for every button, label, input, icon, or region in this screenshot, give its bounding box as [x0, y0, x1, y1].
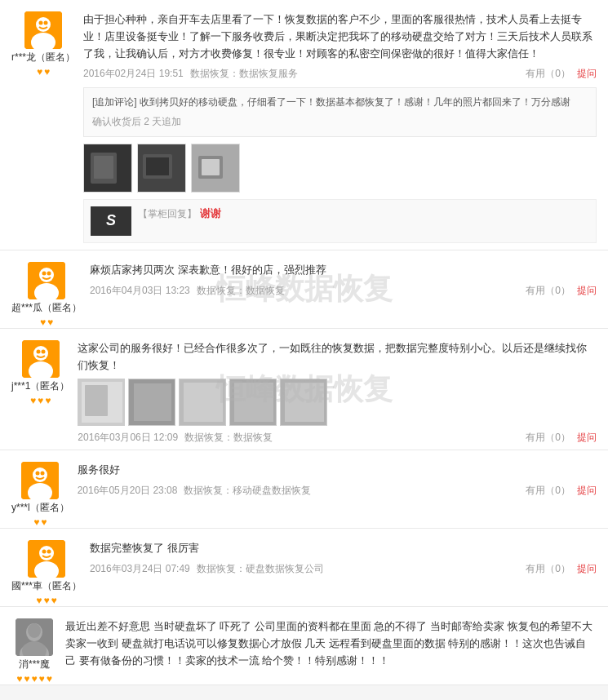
review-content: 由于担心种种，亲自开车去店里看了一下！恢复数据的客户不少，里面的客服很热情，技术… [83, 11, 597, 250]
review-date: 2016年03月24日 07:49 [90, 562, 190, 576]
username: 超***瓜（匿名） [11, 301, 82, 315]
review-service: 数据恢复：数据恢复 [184, 431, 273, 445]
review-meta-left: 2016年05月20日 23:08 数据恢复：移动硬盘数据恢复 [78, 484, 312, 498]
user-info: 消***魔 ♥ ♥ ♥ ♥ ♥ [11, 618, 57, 684]
review-content: 数据完整恢复了 很厉害 2016年03月24日 07:49 数据恢复：硬盘数据恢… [90, 540, 597, 606]
review-text: 最近出差不好意思 当时硬盘坏了 吓死了 公司里面的资料都在里面 急的不得了 当时… [65, 618, 597, 669]
review-item: 國***車（匿名） ♥ ♥ ♥ 数据完整恢复了 很厉害 2016年03月24日 … [0, 529, 608, 607]
svg-point-44 [47, 550, 51, 554]
avatar [24, 11, 62, 49]
review-meta: 2016年03月06日 12:09 数据恢复：数据恢复 有用（0） 提问 [78, 431, 597, 445]
svg-point-38 [36, 472, 40, 476]
star-icon: ♥ [37, 66, 42, 78]
star-icon: ♥ [41, 516, 47, 528]
review-actions: 有用（0） 提问 [526, 431, 597, 445]
star-icon: ♥ [47, 317, 53, 328]
review-item: 恒峰数据恢复 超***瓜（匿名） ♥ ♥ [0, 250, 608, 329]
avatar [22, 340, 60, 378]
username: j***1（匿名） [11, 379, 69, 393]
photo[interactable] [229, 379, 277, 426]
thumbnail[interactable] [137, 144, 186, 193]
svg-point-4 [44, 21, 48, 25]
append-text: [追加评论] 收到拷贝好的移动硬盘，仔细看了一下！数据基本都恢复了！感谢！几年的… [92, 96, 570, 108]
star-icon: ♥ [36, 595, 42, 606]
review-text: 由于担心种种，亲自开车去店里看了一下！恢复数据的客户不少，里面的客服很热情，技术… [83, 11, 597, 62]
svg-point-15 [39, 268, 54, 282]
question-link[interactable]: 提问 [577, 431, 597, 445]
photo[interactable] [280, 379, 327, 426]
review-meta-left: 2016年03月24日 07:49 数据恢复：硬盘数据恢复公司 [90, 562, 324, 576]
review-service: 数据恢复：移动硬盘数据恢复 [184, 484, 311, 498]
svg-rect-26 [85, 385, 108, 416]
svg-point-1 [36, 17, 51, 32]
seller-reply: S 【掌柜回复】 谢谢 [83, 199, 597, 243]
thumbnail[interactable] [191, 144, 240, 193]
avatar [28, 262, 65, 299]
username: 國***車（匿名） [11, 579, 82, 593]
stars: ♥ ♥ ♥ ♥ ♥ [16, 673, 52, 684]
seller-reply-label: 【掌柜回复】 [138, 208, 197, 219]
svg-rect-30 [184, 383, 223, 422]
svg-rect-7 [94, 156, 113, 179]
star-icon: ♥ [39, 673, 45, 684]
svg-point-20 [33, 346, 48, 361]
star-icon: ♥ [40, 317, 46, 328]
avatar [16, 618, 53, 656]
useful-link[interactable]: 有用（0） [526, 562, 570, 576]
svg-point-18 [47, 271, 51, 275]
star-icon: ♥ [45, 395, 51, 406]
review-item: 消***魔 ♥ ♥ ♥ ♥ ♥ 最近出差不好意思 当时硬盘坏了 吓死了 公司里面… [0, 607, 608, 685]
review-meta: 2016年03月24日 07:49 数据恢复：硬盘数据恢复公司 有用（0） 提问 [90, 562, 597, 576]
photo[interactable] [128, 379, 175, 426]
avatar [21, 462, 59, 499]
useful-link[interactable]: 有用（0） [526, 484, 570, 498]
useful-link[interactable]: 有用（0） [526, 67, 570, 81]
svg-rect-32 [234, 383, 273, 422]
question-link[interactable]: 提问 [577, 67, 597, 81]
user-info: 國***車（匿名） ♥ ♥ ♥ [11, 540, 82, 606]
review-service: 数据恢复：数据恢复服务 [190, 67, 298, 81]
svg-point-41 [39, 546, 54, 560]
star-icon: ♥ [31, 673, 37, 684]
review-service: 数据恢复：数据恢复 [197, 284, 285, 298]
thumbnail[interactable] [83, 144, 132, 193]
stars: ♥ ♥ [37, 66, 50, 78]
photo[interactable] [179, 379, 226, 426]
star-icon: ♥ [33, 516, 39, 528]
review-item: y***l（匿名） ♥ ♥ 服务很好 2016年05月20日 23:08 数据恢… [0, 450, 608, 529]
thumbnail-row [83, 144, 597, 193]
review-date: 2016年05月20日 23:08 [78, 484, 178, 498]
review-actions: 有用（0） 提问 [526, 562, 597, 576]
review-meta: 2016年04月03日 13:23 数据恢复：数据恢复 有用（0） 提问 [90, 284, 597, 298]
review-meta: 2016年05月20日 23:08 数据恢复：移动硬盘数据恢复 有用（0） 提问 [78, 484, 597, 498]
review-content: 这家公司的服务很好！已经合作很多次了，一如既往的恢复数据，把数据完整度特别小心。… [78, 340, 597, 450]
question-link[interactable]: 提问 [577, 284, 597, 298]
review-list: r***龙（匿名） ♥ ♥ 由于担心种种，亲自开车去店里看了一下！恢复数据的客户… [0, 0, 608, 685]
svg-point-43 [42, 550, 47, 554]
svg-point-39 [41, 472, 45, 476]
review-date: 2016年04月03日 13:23 [90, 284, 190, 298]
review-text: 服务很好 [78, 462, 597, 479]
review-meta: 2016年02月24日 19:51 数据恢复：数据恢复服务 有用（0） 提问 [83, 67, 597, 81]
user-info: 超***瓜（匿名） ♥ ♥ [11, 262, 82, 328]
svg-point-3 [39, 21, 43, 25]
star-icon: ♥ [44, 66, 50, 78]
star-icon: ♥ [51, 595, 57, 606]
question-link[interactable]: 提问 [577, 562, 597, 576]
svg-point-48 [28, 623, 41, 638]
useful-link[interactable]: 有用（0） [526, 284, 570, 298]
review-meta-left: 2016年04月03日 13:23 数据恢复：数据恢复 [90, 284, 285, 298]
review-actions: 有用（0） 提问 [526, 484, 597, 498]
review-meta-left: 2016年03月06日 12:09 数据恢复：数据恢复 [78, 431, 273, 445]
useful-link[interactable]: 有用（0） [526, 431, 570, 445]
photo[interactable] [78, 379, 125, 426]
star-icon: ♥ [38, 395, 43, 406]
thumbnail-photos [78, 379, 597, 426]
question-link[interactable]: 提问 [577, 484, 597, 498]
username: 消***魔 [19, 658, 50, 671]
append-block: [追加评论] 收到拷贝好的移动硬盘，仔细看了一下！数据基本都恢复了！感谢！几年的… [83, 87, 597, 136]
review-text: 数据完整恢复了 很厉害 [90, 540, 597, 557]
review-content: 最近出差不好意思 当时硬盘坏了 吓死了 公司里面的资料都在里面 急的不得了 当时… [65, 618, 597, 684]
review-actions: 有用（0） 提问 [526, 67, 597, 81]
username: r***龙（匿名） [11, 51, 75, 64]
